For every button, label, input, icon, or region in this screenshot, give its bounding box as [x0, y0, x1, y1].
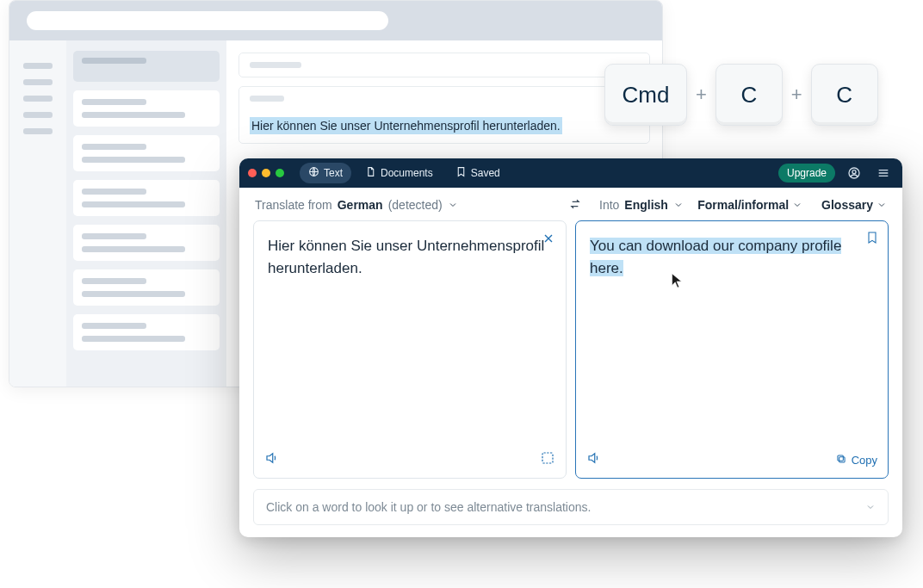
expand-icon[interactable] — [540, 450, 555, 469]
translate-from-label: Translate from — [255, 198, 332, 212]
tab-documents-label: Documents — [381, 167, 433, 179]
formality-dropdown[interactable]: Formal/informal — [697, 198, 802, 212]
svg-rect-5 — [838, 455, 843, 460]
maximize-dot[interactable] — [276, 169, 284, 177]
swap-languages-icon[interactable] — [568, 197, 582, 214]
bookmark-icon — [455, 166, 467, 180]
source-text[interactable]: Hier können Sie unser Unternehmensprofil… — [268, 235, 552, 279]
bookmark-button[interactable] — [865, 230, 879, 249]
formality-label: Formal/informal — [697, 198, 789, 212]
tab-text[interactable]: Text — [300, 163, 351, 183]
document-icon — [365, 166, 376, 180]
glossary-dropdown[interactable]: Glossary — [821, 198, 887, 212]
options-bar: Translate from German (detected) Into En… — [239, 188, 902, 220]
browser-url-bar[interactable] — [27, 11, 388, 30]
copy-icon — [835, 453, 847, 467]
translator-window: Text Documents Saved Upgrade Translate f… — [239, 158, 902, 537]
speaker-icon[interactable] — [586, 450, 602, 469]
svg-rect-4 — [839, 456, 844, 461]
target-panel[interactable]: You can download our company profile her… — [575, 220, 889, 479]
chevron-down-icon[interactable] — [673, 200, 684, 210]
chevron-down-icon — [792, 200, 802, 210]
source-panel[interactable]: Hier können Sie unser Unternehmensprofil… — [253, 220, 567, 479]
account-icon[interactable] — [844, 163, 864, 183]
hint-bar[interactable]: Click on a word to look it up or to see … — [253, 489, 889, 525]
cursor-icon — [671, 273, 683, 292]
detected-label: (detected) — [388, 198, 443, 212]
key-c-1: C — [715, 64, 783, 126]
chevron-down-icon[interactable] — [865, 502, 876, 512]
chevron-down-icon[interactable] — [448, 200, 458, 210]
speaker-icon[interactable] — [264, 450, 280, 469]
chevron-down-icon — [877, 200, 887, 210]
into-label: Into — [599, 198, 619, 212]
key-c-2: C — [811, 64, 878, 126]
tab-saved[interactable]: Saved — [447, 163, 509, 183]
browser-toolbar — [9, 1, 662, 40]
tab-saved-label: Saved — [471, 167, 500, 179]
plus-sign: + — [791, 84, 802, 106]
plus-sign: + — [696, 84, 707, 106]
svg-point-2 — [852, 170, 856, 174]
copy-button[interactable]: Copy — [835, 453, 877, 467]
minimize-dot[interactable] — [262, 169, 270, 177]
tab-text-label: Text — [324, 167, 343, 179]
source-language[interactable]: German — [338, 198, 383, 212]
browser-sidebar — [66, 40, 226, 387]
target-language[interactable]: English — [624, 198, 668, 212]
source-highlighted-text[interactable]: Hier können Sie unser Unternehmensprofil… — [250, 117, 562, 134]
clear-source-button[interactable] — [540, 230, 557, 247]
menu-icon[interactable] — [873, 163, 894, 183]
tab-documents[interactable]: Documents — [356, 163, 442, 183]
globe-icon — [308, 166, 319, 180]
browser-rail — [9, 40, 66, 387]
keyboard-shortcut: Cmd + C + C — [604, 64, 878, 126]
close-dot[interactable] — [248, 169, 257, 177]
svg-rect-3 — [542, 453, 553, 463]
titlebar: Text Documents Saved Upgrade — [239, 158, 902, 188]
target-text[interactable]: You can download our company profile her… — [590, 235, 874, 279]
upgrade-button[interactable]: Upgrade — [778, 164, 835, 183]
hint-text: Click on a word to look it up or to see … — [266, 500, 591, 514]
copy-label: Copy — [852, 454, 877, 467]
window-controls[interactable] — [248, 169, 284, 177]
glossary-label: Glossary — [821, 198, 873, 212]
key-cmd: Cmd — [604, 64, 687, 126]
